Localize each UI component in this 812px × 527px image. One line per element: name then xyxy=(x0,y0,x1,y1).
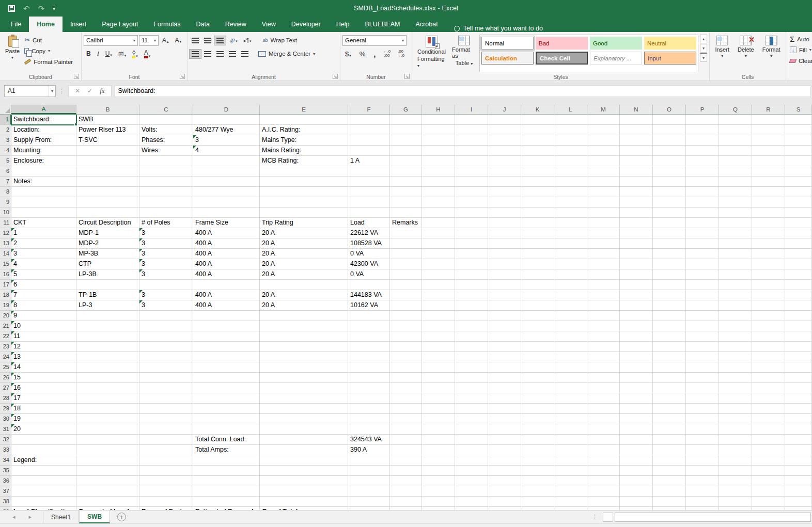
cell-R36[interactable] xyxy=(752,476,785,486)
font-size-select[interactable]: 11▾ xyxy=(139,35,159,46)
cell-D21[interactable] xyxy=(193,321,260,331)
cell-K18[interactable] xyxy=(521,290,554,300)
cell-H23[interactable] xyxy=(422,342,455,352)
shrink-font-button[interactable]: A▾ xyxy=(173,36,184,44)
format-cells-button[interactable]: Format ▾ xyxy=(759,34,784,72)
cell-B12[interactable]: MDP-1 xyxy=(76,228,139,238)
cell-M20[interactable] xyxy=(587,311,620,321)
cell-G31[interactable] xyxy=(390,424,422,435)
cell-O11[interactable] xyxy=(653,218,686,228)
cell-P19[interactable] xyxy=(686,300,719,311)
cell-B26[interactable] xyxy=(76,373,139,383)
cell-C7[interactable] xyxy=(139,177,193,187)
row-header-31[interactable]: 31 xyxy=(0,424,11,435)
cell-L28[interactable] xyxy=(554,393,587,404)
cell-S3[interactable] xyxy=(785,135,812,146)
cell-K12[interactable] xyxy=(521,228,554,238)
cell-C30[interactable] xyxy=(139,414,193,424)
cell-B8[interactable] xyxy=(76,187,139,197)
cell-J25[interactable] xyxy=(488,362,521,373)
cell-J18[interactable] xyxy=(488,290,521,300)
cell-C1[interactable] xyxy=(139,115,193,125)
cell-S25[interactable] xyxy=(785,362,812,373)
column-header-Q[interactable]: Q xyxy=(719,105,752,114)
gallery-scroll-up-icon[interactable]: ▴ xyxy=(700,35,707,43)
cell-H30[interactable] xyxy=(422,414,455,424)
cell-A33[interactable] xyxy=(11,445,76,455)
cell-B21[interactable] xyxy=(76,321,139,331)
cell-E17[interactable] xyxy=(260,280,348,290)
cell-S21[interactable] xyxy=(785,321,812,331)
cell-B23[interactable] xyxy=(76,342,139,352)
row-header-19[interactable]: 19 xyxy=(0,300,11,311)
cell-B3[interactable]: T-SVC xyxy=(76,135,139,146)
cell-F4[interactable] xyxy=(348,146,390,156)
cell-S10[interactable] xyxy=(785,207,812,218)
cell-A29[interactable]: 18 xyxy=(11,404,76,414)
cell-A25[interactable]: 14 xyxy=(11,362,76,373)
cell-C10[interactable] xyxy=(139,207,193,218)
cell-A16[interactable]: 5 xyxy=(11,269,76,280)
cell-H5[interactable] xyxy=(422,156,455,166)
cell-A8[interactable] xyxy=(11,187,76,197)
cell-A38[interactable] xyxy=(11,497,76,507)
cell-L4[interactable] xyxy=(554,146,587,156)
row-header-4[interactable]: 4 xyxy=(0,146,11,156)
cell-L37[interactable] xyxy=(554,486,587,497)
row-header-30[interactable]: 30 xyxy=(0,414,11,424)
cell-P13[interactable] xyxy=(686,238,719,249)
cell-K8[interactable] xyxy=(521,187,554,197)
cell-P2[interactable] xyxy=(686,125,719,135)
cell-K21[interactable] xyxy=(521,321,554,331)
cell-H6[interactable] xyxy=(422,166,455,177)
cell-L10[interactable] xyxy=(554,207,587,218)
text-direction-button[interactable]: ▸¶ ▾ xyxy=(241,37,254,44)
cell-S34[interactable] xyxy=(785,455,812,466)
cell-C18[interactable]: 3 xyxy=(139,290,193,300)
increase-indent-button[interactable] xyxy=(239,50,251,58)
cell-R34[interactable] xyxy=(752,455,785,466)
cell-L25[interactable] xyxy=(554,362,587,373)
cell-A7[interactable]: Notes: xyxy=(11,177,76,187)
cell-F23[interactable] xyxy=(348,342,390,352)
cell-F36[interactable] xyxy=(348,476,390,486)
cell-Q22[interactable] xyxy=(719,331,752,342)
cell-O7[interactable] xyxy=(653,177,686,187)
cell-Q21[interactable] xyxy=(719,321,752,331)
cell-G39[interactable] xyxy=(390,507,422,510)
cell-S31[interactable] xyxy=(785,424,812,435)
cell-L2[interactable] xyxy=(554,125,587,135)
cell-L20[interactable] xyxy=(554,311,587,321)
cell-K39[interactable] xyxy=(521,507,554,510)
orientation-button[interactable]: ab ▾ xyxy=(227,37,240,44)
cell-P20[interactable] xyxy=(686,311,719,321)
cell-R38[interactable] xyxy=(752,497,785,507)
cell-J14[interactable] xyxy=(488,249,521,259)
cell-R10[interactable] xyxy=(752,207,785,218)
cell-style-explanatory[interactable]: Explanatory ... xyxy=(590,52,642,65)
cell-O27[interactable] xyxy=(653,383,686,393)
cell-C20[interactable] xyxy=(139,311,193,321)
cell-M31[interactable] xyxy=(587,424,620,435)
cell-S29[interactable] xyxy=(785,404,812,414)
cell-H28[interactable] xyxy=(422,393,455,404)
cell-F22[interactable] xyxy=(348,331,390,342)
cell-D14[interactable]: 400 A xyxy=(193,249,260,259)
cell-J21[interactable] xyxy=(488,321,521,331)
ribbon-tab-bluebeam[interactable]: BLUEBEAM xyxy=(357,17,408,32)
new-sheet-button[interactable]: + xyxy=(117,513,126,521)
cell-S1[interactable] xyxy=(785,115,812,125)
cell-G2[interactable] xyxy=(390,125,422,135)
cell-C25[interactable] xyxy=(139,362,193,373)
cell-J38[interactable] xyxy=(488,497,521,507)
align-top-button[interactable] xyxy=(190,36,201,45)
font-color-button[interactable]: A▾ xyxy=(142,49,153,59)
cell-B20[interactable] xyxy=(76,311,139,321)
cell-E19[interactable]: 20 A xyxy=(260,300,348,311)
cell-G28[interactable] xyxy=(390,393,422,404)
cell-H32[interactable] xyxy=(422,435,455,445)
cell-J33[interactable] xyxy=(488,445,521,455)
cell-C11[interactable]: # of Poles xyxy=(139,218,193,228)
cell-G12[interactable] xyxy=(390,228,422,238)
cell-N4[interactable] xyxy=(620,146,653,156)
